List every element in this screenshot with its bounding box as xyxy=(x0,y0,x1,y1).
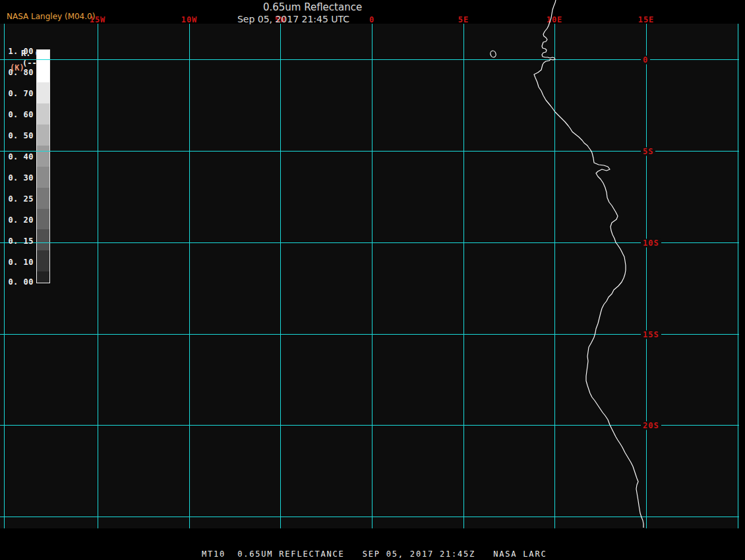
legend-colorbar xyxy=(36,49,50,283)
longitude-label: 10W xyxy=(181,16,198,24)
latitude-label: 0 xyxy=(641,56,650,65)
longitude-label: 15E xyxy=(638,16,655,24)
colorbar-band xyxy=(37,250,49,271)
legend-tick-label: 0. 15 xyxy=(0,237,34,245)
legend-tick-label: 0. 40 xyxy=(0,153,34,161)
legend-tick-label: 0. 60 xyxy=(0,111,34,119)
legend-tick-label: 0. 20 xyxy=(0,216,34,224)
legend-tick-label: 1. 00 xyxy=(0,47,34,55)
page-title: 0.65um Reflectance xyxy=(263,2,362,13)
legend-tick-label: 0. 00 xyxy=(0,278,34,286)
longitude-label: 0 xyxy=(369,16,374,24)
legend-tick-label: 0. 10 xyxy=(0,258,34,266)
longitude-label: 5E xyxy=(458,16,469,24)
legend-tick-label: 0. 50 xyxy=(0,132,34,140)
latitude-label: 5S xyxy=(641,148,655,156)
nasa-langley-credit: NASA Langley (M04.0) xyxy=(7,13,95,20)
latitude-label: 20S xyxy=(641,422,661,430)
colorbar-band xyxy=(37,229,49,250)
colorbar-band xyxy=(37,82,49,103)
colorbar-band xyxy=(37,188,49,209)
legend-tick-label: 0. 30 xyxy=(0,174,34,182)
map-area xyxy=(0,24,739,528)
colorbar-band xyxy=(37,271,49,283)
latitude-label: 15S xyxy=(641,331,661,339)
colorbar-band xyxy=(37,146,49,167)
colorbar-band xyxy=(37,103,49,125)
latitude-label: 10S xyxy=(641,239,661,248)
longitude-label: 10E xyxy=(547,16,563,24)
footer-text: MT10 0.65UM REFLECTANCE SEP 05, 2017 21:… xyxy=(202,550,547,559)
satellite-reflectance-viewer: { "header": { "credit": "NASA Langley (M… xyxy=(0,0,745,560)
colorbar-band xyxy=(37,125,49,146)
timestamp: Sep 05, 2017 21:45 UTC xyxy=(237,14,349,24)
legend-tick-label: 0. 70 xyxy=(0,90,34,98)
colorbar-band xyxy=(37,167,49,188)
legend-tick-label: 0. 25 xyxy=(0,195,34,203)
legend-tick-label: 0. 80 xyxy=(0,69,34,76)
colorbar-band xyxy=(37,209,49,229)
colorbar-band xyxy=(37,50,49,82)
